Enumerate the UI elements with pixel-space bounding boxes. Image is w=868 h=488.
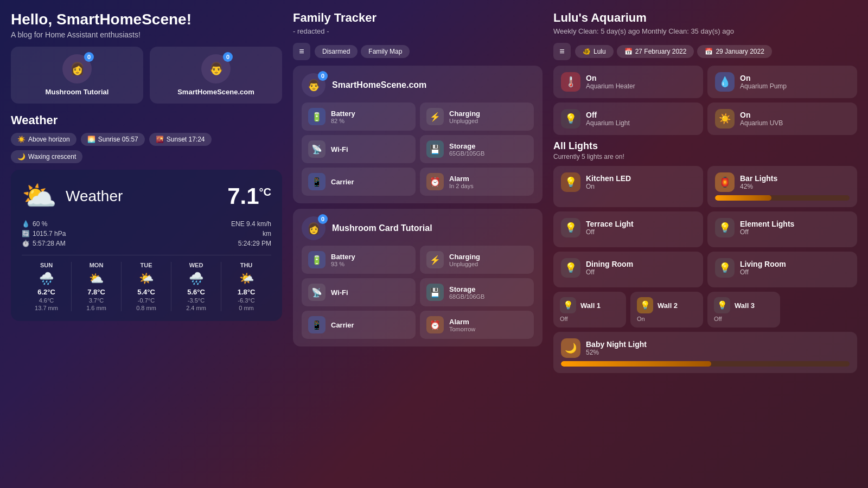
baby-night-status: 52% <box>586 349 647 356</box>
weather-details: 💧 60 % 🔄 1015.7 hPa ⏱️ 5:57:28 AM <box>22 220 271 247</box>
light-header: 💡 Element Lights Off <box>715 218 850 237</box>
lights-off-grid: 💡 Terrace Light Off 💡 Element Lights Off… <box>553 211 857 287</box>
stat-icon: 💾 <box>426 284 444 301</box>
light-status: Off <box>586 268 633 276</box>
date1-button[interactable]: 📅 27 February 2022 <box>617 45 694 58</box>
wall-card[interactable]: 💡 Wall 2 On <box>630 292 703 328</box>
forecast-day-name: TUE <box>124 262 169 268</box>
tag-icon: 🌙 <box>17 153 25 160</box>
light-card-off[interactable]: 💡 Living Room Off <box>707 252 857 287</box>
stat-label: Storage <box>449 285 484 293</box>
weather-card: ⛅ Weather 7.1°C 💧 60 % 🔄 1015. <box>11 170 282 321</box>
stat-icon: 🔋 <box>308 108 326 125</box>
person-stat: 💾 Storage 65GB/105GB <box>420 135 534 163</box>
weather-tag[interactable]: 🌇Sunset 17:24 <box>149 133 212 146</box>
person-stat: ⏰ Alarm Tomorrow <box>420 311 534 339</box>
forecast-day-name: WED <box>174 262 219 268</box>
light-header: 💡 Kitchen LED On <box>561 172 695 192</box>
light-status: On <box>586 183 631 190</box>
light-bar-bg <box>715 195 850 201</box>
person-card: 👨 0 SmartHomeScene.com 🔋 Battery 82 % ⚡ … <box>293 66 542 203</box>
forecast-low: -6.3°C <box>224 297 269 304</box>
stat-icon: 📱 <box>308 173 326 190</box>
wall-icon: 💡 <box>714 297 730 313</box>
pressure-row: 🔄 1015.7 hPa <box>22 230 66 237</box>
light-small-header: 💡 Wall 3 <box>714 297 774 313</box>
light-card-off[interactable]: 💡 Terrace Light Off <box>553 211 703 247</box>
light-header: 💡 Living Room Off <box>715 258 850 278</box>
aqua-device[interactable]: 💧 On Aquarium Pump <box>707 66 857 98</box>
aquarium-header-buttons: 🐠 Lulu 📅 27 February 2022 📅 29 January 2… <box>575 45 772 58</box>
profile-card[interactable]: 👩 0 Mushroom Tutorial <box>11 47 143 104</box>
light-card-off[interactable]: 💡 Dining Room Off <box>553 252 703 287</box>
person-avatar: 👩 0 <box>302 216 326 240</box>
lulu-button[interactable]: 🐠 Lulu <box>575 45 614 58</box>
tracker-menu-icon[interactable]: ≡ <box>293 43 310 60</box>
person-stat: 🔋 Battery 93 % <box>302 246 416 274</box>
stat-sub: 65GB/105GB <box>449 150 484 157</box>
device-icon: 🌡️ <box>561 72 580 92</box>
weather-section: Weather ☀️Above horizon🌅Sunrise 05:57🌇Su… <box>11 113 282 321</box>
aqua-device[interactable]: ☀️ On Aquarium UVB <box>707 102 857 135</box>
light-card-off[interactable]: 💡 Element Lights Off <box>707 211 857 247</box>
weather-title: Weather <box>11 113 282 127</box>
tag-icon: ☀️ <box>17 136 25 143</box>
baby-night-card[interactable]: 🌙 Baby Night Light 52% <box>553 332 857 373</box>
light-bar-fill <box>715 195 771 201</box>
aqua-device[interactable]: 💡 Off Aquarium Light <box>553 102 703 135</box>
forecast-day: THU 🌤️ 1.8°C -6.3°C 0 mm <box>221 262 271 311</box>
weather-temp: 7.1°C <box>227 183 271 209</box>
tag-icon: 🌅 <box>87 136 95 143</box>
forecast-high: 5.4°C <box>124 288 169 296</box>
stat-label: Battery <box>331 110 355 118</box>
profile-card[interactable]: 👨 0 SmartHomeScene.com <box>150 47 282 104</box>
person-stat: 📱 Carrier <box>302 311 416 339</box>
light-name: Dining Room <box>586 260 633 268</box>
weather-tag[interactable]: 🌙Waxing crescent <box>11 150 82 163</box>
forecast-low: -0.7°C <box>124 297 169 304</box>
wall-card[interactable]: 💡 Wall 1 Off <box>553 292 626 328</box>
stat-label: Carrier <box>331 178 354 186</box>
humidity-icon: 💧 <box>22 220 30 228</box>
stat-sub: Unplugged <box>449 118 480 124</box>
wall-status: On <box>637 316 697 322</box>
aquarium-menu-icon[interactable]: ≡ <box>553 43 571 60</box>
light-card[interactable]: 💡 Kitchen LED On <box>553 166 703 207</box>
light-card[interactable]: 🏮 Bar Lights 42% <box>707 166 857 207</box>
date2-button[interactable]: 📅 29 January 2022 <box>697 45 771 58</box>
light-small-header: 💡 Wall 1 <box>560 297 620 313</box>
light-name: Kitchen LED <box>586 174 631 183</box>
tracker-subtitle: - redacted - <box>293 27 542 35</box>
forecast-weather-icon: 🌤️ <box>224 272 269 286</box>
device-status: On <box>740 74 787 82</box>
wall-card[interactable]: 💡 Wall 3 Off <box>707 292 780 328</box>
person-card: 👩 0 Mushroom Card Tutorial 🔋 Battery 93 … <box>293 209 542 346</box>
person-name: SmartHomeScene.com <box>332 80 426 90</box>
cloud-icon: ⛅ <box>22 179 57 213</box>
family-map-button[interactable]: Family Map <box>361 45 410 58</box>
weather-details-left: 💧 60 % 🔄 1015.7 hPa ⏱️ 5:57:28 AM <box>22 220 66 247</box>
stat-icon: 📡 <box>308 284 326 301</box>
light-status: Off <box>740 228 794 236</box>
wall-icon: 💡 <box>637 297 653 313</box>
stat-label: Wi-Fi <box>331 288 348 297</box>
tag-label: Waxing crescent <box>28 153 76 160</box>
aquarium-title: Lulu's Aquarium <box>553 11 857 25</box>
light-status: Off <box>586 228 634 236</box>
baby-night-bar-bg <box>561 361 850 367</box>
light-icon: 💡 <box>715 218 735 237</box>
device-icon: ☀️ <box>715 109 735 129</box>
aquarium-header: ≡ 🐠 Lulu 📅 27 February 2022 📅 29 January… <box>553 43 857 60</box>
weather-tags: ☀️Above horizon🌅Sunrise 05:57🌇Sunset 17:… <box>11 133 282 163</box>
light-small-header: 💡 Wall 2 <box>637 297 697 313</box>
weather-tag[interactable]: 🌅Sunrise 05:57 <box>81 133 145 146</box>
weather-tag[interactable]: ☀️Above horizon <box>11 133 76 146</box>
greeting-subtitle: A blog for Home Assistant enthusiasts! <box>11 30 282 39</box>
stat-icon: 📡 <box>308 140 326 158</box>
light-status: 42% <box>740 183 777 190</box>
aquarium-subtitle: Weekly Clean: 5 day(s) ago Monthly Clean… <box>553 27 857 35</box>
disarmed-button[interactable]: Disarmed <box>315 45 358 58</box>
forecast-high: 6.2°C <box>24 288 69 296</box>
aqua-device[interactable]: 🌡️ On Aquarium Heater <box>553 66 703 98</box>
aquarium-devices: 🌡️ On Aquarium Heater 💧 On Aquarium Pump… <box>553 66 857 140</box>
